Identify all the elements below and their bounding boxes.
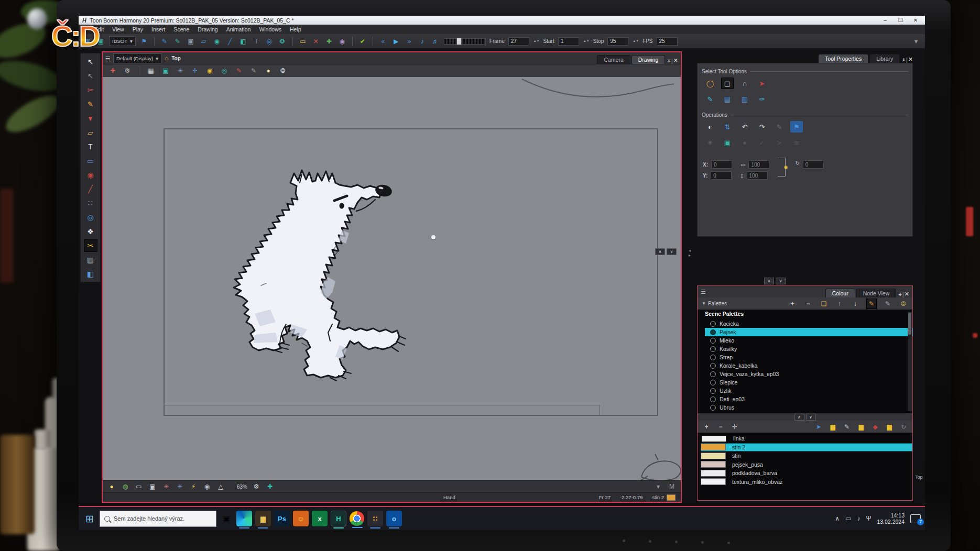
add-texture-icon[interactable]: ✛ bbox=[730, 422, 739, 432]
rotate-cw-icon[interactable]: ↷ bbox=[756, 121, 768, 133]
bg-toggle-icon[interactable]: ▣ bbox=[161, 66, 170, 75]
onion-next-icon[interactable]: ✳ bbox=[175, 482, 184, 491]
swatch-mini-icon[interactable]: ▆ bbox=[828, 422, 837, 432]
delete-drawing-icon[interactable]: ✕ bbox=[311, 37, 321, 46]
feather-icon[interactable]: ✑ bbox=[756, 93, 768, 105]
snap-magnet-icon[interactable]: ∩ bbox=[738, 78, 751, 89]
menu-drawing[interactable]: Drawing bbox=[198, 26, 218, 32]
width-field[interactable]: 100 bbox=[748, 160, 769, 169]
pencil-tool-icon[interactable]: ✎ bbox=[160, 37, 169, 46]
close-view-icon[interactable]: ✕ bbox=[673, 57, 678, 64]
spinner-icon[interactable]: ▲▼ bbox=[633, 40, 639, 42]
transform-tool-icon[interactable]: ↖ bbox=[84, 69, 97, 82]
arrow-icon[interactable]: ≻ bbox=[773, 137, 786, 148]
grid-tool-icon[interactable]: ▦ bbox=[84, 253, 97, 266]
height-field[interactable]: 100 bbox=[747, 171, 768, 180]
apply-all-icon[interactable]: ▥ bbox=[738, 93, 751, 105]
render-person-icon[interactable]: ◍ bbox=[121, 482, 130, 491]
excel-icon[interactable]: x bbox=[312, 511, 328, 526]
pencil-icon[interactable]: ✎ bbox=[842, 422, 852, 432]
swatch-row[interactable]: pejsek_pusa bbox=[701, 460, 912, 469]
spinner-icon[interactable]: ▲▼ bbox=[583, 40, 590, 42]
display-dropdown[interactable]: Default (Display) ▾ bbox=[113, 53, 161, 63]
contour-editor-tool-icon[interactable]: ✎ bbox=[84, 97, 97, 111]
bezel-button[interactable] bbox=[649, 540, 651, 543]
tab-node-view[interactable]: Node View bbox=[856, 289, 897, 297]
shape-tool-icon[interactable]: ◧ bbox=[84, 267, 97, 280]
palette-item[interactable]: Ubrus bbox=[705, 403, 912, 412]
move-down-icon[interactable]: ↓ bbox=[851, 299, 860, 308]
palette-item[interactable]: Uzlik bbox=[705, 387, 912, 395]
fps-field[interactable]: 25 bbox=[657, 37, 678, 46]
apply-next-icon[interactable]: ▤ bbox=[721, 93, 734, 105]
splitter[interactable]: ∧∨ bbox=[698, 413, 912, 421]
palette-item[interactable]: Strep bbox=[705, 353, 912, 361]
smooth-icon[interactable]: ✎ bbox=[773, 121, 786, 133]
tab-camera[interactable]: Camera bbox=[597, 55, 630, 64]
cone-icon[interactable]: △ bbox=[216, 482, 225, 491]
swatch-mini-icon[interactable]: ▆ bbox=[885, 422, 894, 432]
start-field[interactable]: 1 bbox=[558, 37, 579, 46]
media-app-icon[interactable]: ∷ bbox=[367, 511, 383, 526]
tab-colour[interactable]: Colour bbox=[825, 289, 855, 297]
polyline-tool-icon[interactable]: ∷ bbox=[84, 196, 97, 210]
unlock-icon[interactable]: ◎ bbox=[220, 66, 229, 75]
palette-item[interactable]: Slepice bbox=[705, 378, 912, 387]
eraser-tool-icon[interactable]: ▱ bbox=[84, 126, 97, 139]
bezel-button[interactable] bbox=[727, 542, 730, 544]
palette-item[interactable]: Korale_kabelka bbox=[705, 361, 912, 370]
marker-icon[interactable]: ◆ bbox=[870, 422, 880, 432]
palette-item[interactable]: Svadlena bbox=[705, 412, 912, 413]
text-tool-icon[interactable]: T bbox=[252, 37, 261, 46]
bezel-button[interactable] bbox=[675, 541, 678, 543]
line-tool-icon[interactable]: ╱ bbox=[84, 182, 97, 195]
photoshop-icon[interactable]: Ps bbox=[274, 511, 290, 526]
blob-icon[interactable]: ● bbox=[738, 137, 751, 148]
panel-menu-icon[interactable]: ☰ bbox=[701, 289, 706, 295]
menu-windows[interactable]: Windows bbox=[259, 26, 281, 32]
menu-scene[interactable]: Scene bbox=[173, 26, 189, 32]
search-box[interactable]: Sem zadejte hledaný výraz. bbox=[100, 511, 216, 527]
paint-tool-icon[interactable]: ◉ bbox=[84, 168, 97, 181]
select-tool-icon[interactable]: ↖ bbox=[84, 55, 97, 68]
tool-preset-dropdown[interactable]: IDSOT ▾ bbox=[109, 36, 136, 46]
frame-field[interactable]: 27 bbox=[508, 37, 529, 46]
edit-palette-dark-icon[interactable]: ✎ bbox=[866, 299, 877, 309]
add-view-icon[interactable]: + bbox=[902, 57, 905, 63]
flip-vertical-icon[interactable]: ⇅ bbox=[721, 121, 734, 133]
paint-app-icon[interactable]: ☺ bbox=[293, 511, 309, 526]
onion-skin-icon[interactable]: ✳ bbox=[176, 66, 185, 75]
remove-colour-icon[interactable]: − bbox=[716, 422, 725, 432]
outlook-icon[interactable]: o bbox=[386, 511, 402, 526]
swatch-row-selected[interactable]: stin 2 bbox=[701, 443, 912, 452]
close-view-icon[interactable]: ✕ bbox=[905, 291, 909, 297]
tray-clock[interactable]: 14:13 13.02.2024 bbox=[877, 512, 905, 525]
file-manager-icon[interactable]: ▆ bbox=[255, 511, 271, 526]
frame-marker-icon[interactable]: ▭ bbox=[298, 37, 308, 46]
line-tool-icon[interactable]: ╱ bbox=[225, 37, 235, 46]
tray-usb-icon[interactable]: Ψ bbox=[866, 515, 871, 522]
onion-prev-icon[interactable]: ✳ bbox=[161, 482, 171, 491]
marquee-icon[interactable]: ▢ bbox=[721, 78, 734, 89]
add-colour-icon[interactable]: + bbox=[702, 422, 711, 432]
lasso-icon[interactable]: ◯ bbox=[704, 78, 716, 89]
distribute-icon[interactable]: ✳ bbox=[704, 137, 716, 148]
menu-view[interactable]: View bbox=[112, 26, 124, 32]
swatch-row[interactable]: textura_mliko_obvaz bbox=[701, 478, 912, 487]
check-icon[interactable]: ✓ bbox=[756, 137, 768, 148]
close-view-icon[interactable]: ✕ bbox=[908, 56, 913, 63]
tab-drawing[interactable]: Drawing bbox=[631, 55, 666, 64]
palette-item-selected[interactable]: Pejsek bbox=[705, 328, 912, 336]
lock-ratio-icon[interactable]: ◉ bbox=[784, 164, 788, 170]
palette-item[interactable]: Kocicka bbox=[705, 319, 912, 328]
sound-scrub-icon[interactable]: ♬ bbox=[431, 37, 440, 46]
shape-tool-icon[interactable]: ◧ bbox=[238, 37, 248, 46]
gear-icon[interactable]: ⚙ bbox=[252, 482, 261, 491]
stop-field[interactable]: 95 bbox=[607, 37, 628, 46]
next-frame-icon[interactable]: » bbox=[405, 37, 414, 46]
align-guides-icon[interactable]: ✛ bbox=[190, 66, 200, 75]
slider-thumb[interactable] bbox=[456, 38, 462, 45]
swatch-row[interactable]: podkladova_barva bbox=[701, 469, 912, 478]
chrome-icon[interactable] bbox=[350, 511, 364, 526]
scissors-tool-icon[interactable]: ✂ bbox=[84, 239, 97, 252]
